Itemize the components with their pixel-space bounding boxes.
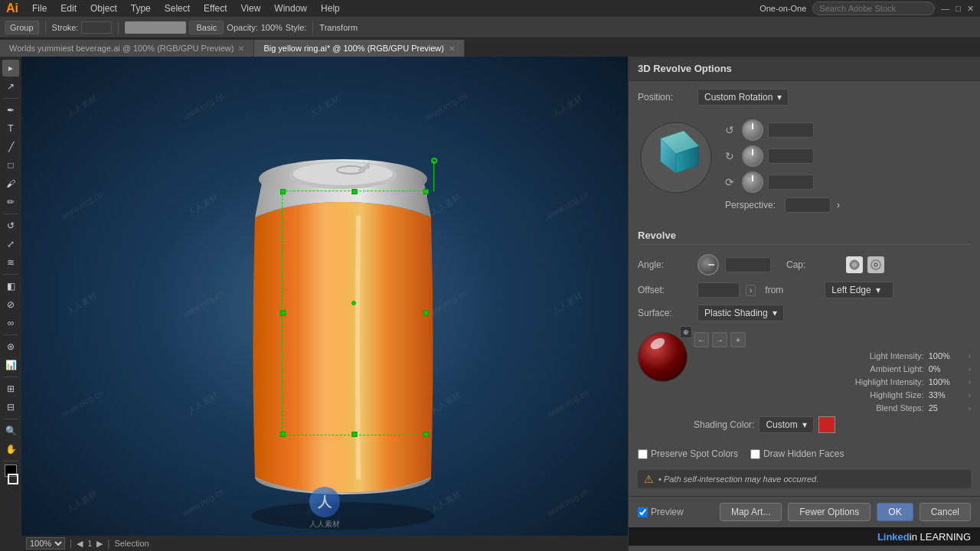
draw-hidden-faces-item[interactable]: Draw Hidden Faces: [750, 448, 844, 459]
menu-edit[interactable]: Edit: [54, 2, 83, 15]
tool-warp[interactable]: ≋: [2, 254, 19, 271]
map-art-button[interactable]: Map Art...: [720, 503, 782, 521]
tool-blend[interactable]: ∞: [2, 315, 19, 331]
surface-dropdown[interactable]: Plastic Shading ▾: [697, 305, 784, 321]
cap-closed-icon[interactable]: [846, 256, 863, 273]
tool-pen[interactable]: ✒: [2, 102, 19, 119]
draw-hidden-faces-label: Draw Hidden Faces: [763, 448, 844, 459]
rotation-y-dial[interactable]: [742, 145, 763, 167]
tab-1[interactable]: Big yellow ring.ai* @ 100% (RGB/GPU Prev…: [254, 40, 465, 57]
zoom-select[interactable]: 100%: [26, 537, 65, 549]
canvas-area[interactable]: 人人素材 www.rrcg.cn 人人素材 www.rrcg.cn 人人素材 w…: [21, 57, 628, 551]
brand-watermark: 人 人人素材: [309, 487, 340, 530]
menu-view[interactable]: View: [235, 2, 267, 15]
ambient-light-arrow[interactable]: ›: [969, 365, 971, 373]
style-basic[interactable]: Basic: [189, 21, 224, 34]
cap-open-icon[interactable]: [867, 256, 884, 273]
shading-color-swatch[interactable]: [818, 416, 835, 433]
opacity-value[interactable]: 100%: [261, 23, 283, 32]
highlight-intensity-arrow[interactable]: ›: [969, 378, 971, 386]
svg-point-0: [251, 502, 435, 530]
menu-type[interactable]: Type: [125, 2, 157, 15]
blend-steps-arrow[interactable]: ›: [969, 404, 971, 412]
preview-checkbox[interactable]: [638, 507, 648, 517]
tab-1-label: Big yellow ring.ai* @ 100% (RGB/GPU Prev…: [263, 44, 444, 53]
rotation-y-input[interactable]: 0°: [768, 148, 814, 164]
view-mode[interactable]: One-on-One: [760, 4, 806, 13]
preserve-spot-colors-checkbox[interactable]: [638, 449, 648, 459]
tool-paint[interactable]: 🖌: [2, 175, 19, 192]
angle-input[interactable]: 360°: [725, 257, 771, 272]
transform-label[interactable]: Transform: [319, 23, 358, 32]
tool-pencil[interactable]: ✏: [2, 194, 19, 210]
nav-next-btn[interactable]: →: [712, 332, 727, 347]
shading-color-chevron-icon: ▾: [802, 419, 807, 430]
perspective-input[interactable]: 90°: [785, 197, 831, 213]
menu-object[interactable]: Object: [84, 2, 123, 15]
tool-line[interactable]: ╱: [2, 139, 19, 155]
shading-light-control[interactable]: ⊕: [680, 326, 692, 338]
preview-label: Preview: [651, 507, 684, 517]
light-intensity-arrow[interactable]: ›: [969, 352, 971, 360]
opacity-label: Opacity:: [227, 23, 257, 32]
menu-help[interactable]: Help: [315, 2, 346, 15]
draw-hidden-faces-checkbox[interactable]: [750, 449, 760, 459]
rotation-x-dial[interactable]: [742, 119, 763, 141]
tool-artboard[interactable]: ⊞: [2, 380, 19, 397]
nav-add-btn[interactable]: +: [730, 332, 746, 347]
close-btn[interactable]: ✕: [967, 4, 974, 14]
tool-slice[interactable]: ⊟: [2, 399, 19, 416]
linked-learning-logo[interactable]: Linkedin LEARNING: [877, 531, 971, 543]
preserve-spot-colors-item[interactable]: Preserve Spot Colors: [638, 448, 738, 459]
menu-file[interactable]: File: [26, 2, 53, 15]
artboard-next[interactable]: ▶: [96, 539, 103, 549]
tool-eyedropper[interactable]: ⊘: [2, 296, 19, 313]
tab-1-close[interactable]: ✕: [449, 44, 455, 53]
tool-rect[interactable]: □: [2, 157, 19, 174]
stroke-style[interactable]: [125, 21, 186, 34]
svg-point-12: [871, 260, 880, 269]
rotation-z-dial[interactable]: [742, 171, 763, 193]
rotation-z-input[interactable]: 10°: [768, 174, 814, 190]
blend-steps-value: 25: [929, 403, 967, 412]
tab-0-close[interactable]: ✕: [238, 44, 244, 53]
tool-hand[interactable]: ✋: [2, 441, 19, 458]
tool-zoom[interactable]: 🔍: [2, 422, 19, 439]
perspective-arrow-icon[interactable]: ›: [837, 200, 840, 210]
ambient-light-value: 0%: [929, 364, 967, 373]
tool-symbol[interactable]: ⊛: [2, 338, 19, 355]
preview-check[interactable]: Preview: [638, 507, 684, 517]
artboard-prev[interactable]: ◀: [77, 539, 83, 549]
offset-input[interactable]: 0 pt: [697, 282, 740, 298]
menu-select[interactable]: Select: [158, 2, 196, 15]
highlight-size-arrow[interactable]: ›: [969, 391, 971, 399]
search-stock-input[interactable]: [812, 2, 935, 15]
stroke-input[interactable]: [81, 21, 112, 34]
maximize-btn[interactable]: □: [956, 4, 961, 13]
tool-sep-3: [3, 274, 18, 275]
offset-arrow-btn[interactable]: ›: [746, 285, 756, 296]
tool-scale[interactable]: ⤢: [2, 236, 19, 253]
tool-direct-select[interactable]: ↗: [2, 78, 19, 95]
tool-rotate[interactable]: ↺: [2, 217, 19, 234]
group-selector[interactable]: Group: [5, 21, 39, 34]
fewer-options-button[interactable]: Fewer Options: [788, 503, 871, 521]
nav-prev-btn[interactable]: ←: [694, 332, 709, 347]
shading-color-dropdown[interactable]: Custom ▾: [759, 416, 813, 433]
angle-dial[interactable]: [697, 254, 719, 276]
tool-type[interactable]: T: [2, 120, 19, 137]
menu-effect[interactable]: Effect: [198, 2, 233, 15]
minimize-btn[interactable]: —: [941, 4, 949, 13]
rotation-area: ↺ -5° ↻ 0° ⟳ 10°: [638, 119, 971, 213]
rotation-x-input[interactable]: -5°: [768, 122, 814, 138]
position-dropdown[interactable]: Custom Rotation ▾: [697, 89, 789, 106]
tool-column-graph[interactable]: 📊: [2, 357, 19, 373]
stroke-color[interactable]: [8, 474, 18, 484]
tool-gradient[interactable]: ◧: [2, 278, 19, 295]
tab-0[interactable]: Worlds yummiest beverage.ai @ 100% (RGB/…: [0, 40, 254, 57]
tool-select[interactable]: ▸: [2, 60, 19, 77]
ok-button[interactable]: OK: [877, 503, 913, 521]
from-dropdown[interactable]: Left Edge ▾: [825, 282, 893, 298]
menu-window[interactable]: Window: [268, 2, 313, 15]
cancel-button[interactable]: Cancel: [920, 503, 971, 521]
